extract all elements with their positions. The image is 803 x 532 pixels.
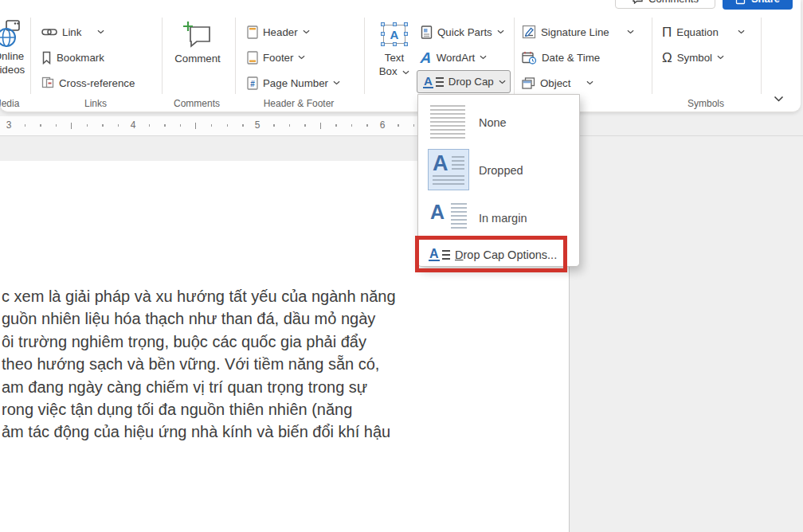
menu-item-dropped[interactable]: A Dropped bbox=[418, 146, 579, 195]
chevron-down-icon bbox=[298, 55, 305, 60]
document-line[interactable]: ôi trường nghiêm trọng, buộc các quốc gi… bbox=[2, 331, 396, 353]
signature-line-icon bbox=[522, 25, 536, 39]
header-icon bbox=[247, 25, 258, 39]
comments-titlebar-label: Comments bbox=[648, 0, 699, 5]
comments-titlebar-button[interactable]: Comments bbox=[615, 0, 715, 9]
online-videos-label-line2: Videos bbox=[0, 63, 25, 76]
equation-icon: Π bbox=[662, 25, 672, 39]
comments-group-label: Comments bbox=[164, 98, 229, 109]
ribbon: Online Videos Media Link Bookmark bbox=[0, 0, 801, 112]
date-time-button[interactable]: Date & Time bbox=[522, 48, 600, 67]
chevron-down-icon bbox=[303, 29, 310, 34]
document-line[interactable]: am đang ngày càng chiếm vị trí quan trọn… bbox=[2, 376, 396, 398]
group-separator bbox=[364, 18, 365, 94]
wordart-button[interactable]: A WordArt bbox=[421, 48, 487, 67]
header-button[interactable]: Header bbox=[247, 22, 310, 41]
chevron-down-icon bbox=[497, 29, 504, 34]
svg-text:#: # bbox=[250, 79, 255, 88]
comment-icon bbox=[182, 21, 213, 49]
text-box-label-line1: Text bbox=[385, 51, 404, 65]
header-footer-group-label: Header & Footer bbox=[259, 98, 339, 109]
menu-item-none[interactable]: None bbox=[418, 100, 579, 146]
media-group-label: Media bbox=[0, 98, 37, 109]
symbol-icon: Ω bbox=[662, 51, 672, 65]
text-box-button[interactable]: A Text Box bbox=[371, 21, 417, 78]
menu-item-label: In margin bbox=[479, 212, 527, 225]
share-label: Share bbox=[751, 0, 780, 5]
ruler-number: 6 bbox=[380, 119, 386, 131]
document-line[interactable]: guồn nhiên liệu hóa thạch như than đá, d… bbox=[2, 307, 396, 330]
quick-parts-label: Quick Parts bbox=[437, 26, 492, 38]
footer-button[interactable]: Footer bbox=[247, 48, 305, 67]
quick-parts-button[interactable]: Quick Parts bbox=[421, 22, 504, 41]
cross-reference-button[interactable]: Cross-reference bbox=[41, 73, 135, 92]
canvas-divider-line bbox=[0, 135, 803, 136]
collapse-ribbon-button[interactable] bbox=[766, 89, 790, 108]
chevron-down-icon bbox=[738, 29, 745, 34]
online-videos-label-line1: Online bbox=[0, 49, 24, 63]
chevron-down-icon bbox=[586, 80, 593, 85]
link-button[interactable]: Link bbox=[41, 22, 104, 41]
group-separator bbox=[652, 18, 652, 94]
link-label: Link bbox=[62, 26, 81, 38]
page-number-button[interactable]: # Page Number bbox=[247, 73, 340, 92]
drop-cap-in-margin-icon: A bbox=[430, 201, 467, 236]
wordart-icon: A bbox=[420, 50, 433, 65]
menu-item-in-margin[interactable]: A In margin bbox=[418, 195, 579, 241]
chevron-down-icon bbox=[627, 29, 634, 34]
text-box-label-line2: Box bbox=[379, 65, 410, 78]
quick-parts-icon bbox=[421, 25, 433, 39]
group-separator bbox=[514, 18, 515, 94]
group-separator bbox=[761, 18, 762, 94]
group-separator bbox=[30, 18, 31, 94]
bookmark-label: Bookmark bbox=[57, 52, 104, 64]
wordart-label: WordArt bbox=[437, 52, 476, 64]
chevron-down-icon bbox=[774, 96, 784, 102]
comment-button[interactable]: Comment bbox=[166, 21, 229, 65]
group-separator bbox=[162, 18, 163, 94]
footer-icon bbox=[247, 51, 258, 65]
online-videos-button[interactable]: Online Videos bbox=[0, 19, 40, 76]
header-label: Header bbox=[263, 26, 298, 38]
symbol-label: Symbol bbox=[677, 52, 712, 64]
signature-line-button[interactable]: Signature Line bbox=[522, 22, 634, 41]
chevron-down-icon bbox=[499, 80, 506, 84]
chevron-down-icon bbox=[97, 29, 104, 34]
chevron-down-icon bbox=[480, 55, 487, 60]
chevron-down-icon bbox=[717, 55, 724, 60]
ruler-number: 3 bbox=[6, 119, 12, 131]
page-number-icon: # bbox=[247, 76, 258, 90]
word-insert-ribbon-screen: Online Videos Media Link Bookmark bbox=[0, 0, 803, 532]
link-icon bbox=[41, 27, 57, 37]
chevron-down-icon bbox=[402, 70, 409, 75]
equation-label: Equation bbox=[676, 26, 719, 38]
cross-reference-label: Cross-reference bbox=[59, 77, 135, 89]
document-line[interactable]: rong việc tận dụng tối đa nguồn thiên nh… bbox=[2, 398, 396, 421]
footer-label: Footer bbox=[263, 52, 293, 64]
object-button[interactable]: Object bbox=[522, 73, 593, 92]
page-number-label: Page Number bbox=[263, 77, 328, 89]
group-separator bbox=[235, 18, 236, 94]
document-line[interactable]: c xem là giải pháp và xu hướng tất yếu c… bbox=[2, 285, 396, 307]
signature-line-label: Signature Line bbox=[541, 26, 609, 38]
symbol-button[interactable]: Ω Symbol bbox=[662, 48, 724, 67]
annotation-highlight-box bbox=[415, 236, 567, 272]
drop-cap-button[interactable]: A Drop Cap bbox=[417, 70, 511, 93]
bookmark-icon bbox=[41, 51, 52, 65]
equation-button[interactable]: Π Equation bbox=[662, 22, 745, 41]
share-button[interactable]: Share bbox=[723, 0, 793, 10]
document-text: c xem là giải pháp và xu hướng tất yếu c… bbox=[2, 285, 396, 444]
drop-cap-dropped-icon: A bbox=[428, 149, 469, 190]
share-icon bbox=[735, 0, 746, 5]
links-group-label: Links bbox=[72, 98, 119, 109]
bookmark-button[interactable]: Bookmark bbox=[41, 48, 104, 67]
document-line[interactable]: theo hướng sạch và bền vững. Với tiềm nă… bbox=[2, 353, 396, 375]
symbols-group-label: Symbols bbox=[674, 98, 738, 109]
cross-reference-icon bbox=[41, 76, 54, 89]
object-icon bbox=[522, 77, 535, 89]
date-time-icon bbox=[522, 51, 537, 65]
menu-item-label: None bbox=[479, 116, 507, 129]
document-line[interactable]: ảm tác động của hiệu ứng nhà kính và biế… bbox=[2, 421, 396, 443]
menu-item-label: Dropped bbox=[479, 164, 523, 177]
comment-label: Comment bbox=[174, 52, 221, 65]
